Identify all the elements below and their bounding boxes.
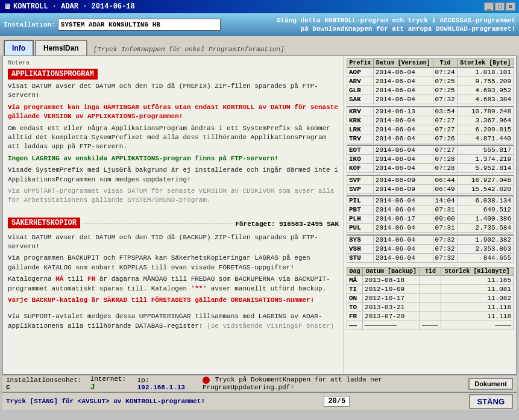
bcol-storlek: Storlek [KiloByte]	[441, 268, 513, 276]
tab-hint: [Tryck InfoKnappen för enkel ProgramInfo…	[89, 43, 289, 55]
cell-datum: 2014-06-04	[373, 134, 433, 143]
bcell-dag: TI	[347, 285, 363, 294]
bcell-dag: MÅ	[347, 276, 363, 285]
cell-datum: 2014-06-04	[373, 244, 433, 253]
ip-val: 192.168.1.13	[137, 384, 185, 391]
cell-storlek: 4.683.384	[458, 95, 514, 104]
cell-prefix: STU	[347, 253, 374, 262]
bcell-storlek: 11.165	[441, 276, 513, 285]
table-row: PIL 2014-06-04 14:04 6.038.134	[347, 196, 514, 205]
bcell-dag: FR	[347, 312, 363, 321]
install-input[interactable]	[58, 19, 221, 31]
bottom-bar: Tryck [STÄNG] för <AVSLUT> av KONTROLL-p…	[2, 392, 517, 410]
cell-datum: 2014-06-04	[373, 145, 433, 155]
close-button[interactable]: ✕	[506, 2, 515, 11]
app-icon: 🖥	[4, 2, 11, 11]
bcell-tid	[420, 276, 441, 285]
main-area: Notera APPLIKATIONSPROGRAM Visat DATUM a…	[2, 55, 517, 375]
stang-button[interactable]: STÄNG	[469, 394, 514, 409]
document-button[interactable]: Dokument	[468, 378, 513, 390]
maximize-button[interactable]: □	[495, 2, 505, 11]
bcell-tid	[420, 285, 441, 294]
cell-tid: 07:32	[433, 235, 458, 245]
cell-tid: 07:25	[433, 86, 458, 95]
cell-prefix: SYS	[347, 235, 374, 245]
bcell-tid	[420, 312, 441, 321]
cell-tid: 09:00	[433, 215, 458, 224]
table-row: LRK 2014-06-04 07:27 6.209.815	[347, 125, 514, 134]
backup-row: TI 2012-10-09 11.081	[347, 285, 514, 294]
cell-storlek: 4.693.952	[458, 86, 514, 95]
cell-tid: 07:31	[433, 205, 458, 215]
cell-datum: 2014-06-04	[373, 205, 433, 215]
cell-prefix: AOP	[347, 67, 374, 77]
cell-prefix: KRV	[347, 107, 374, 116]
cell-prefix: VSH	[347, 244, 374, 253]
install-row: Installation: Stäng detta KONTROLL-progr…	[0, 13, 519, 36]
internet-val: J	[90, 383, 95, 392]
app-p5: Visade SystemPrefix med LjusGrå bakgrund…	[8, 166, 339, 184]
cell-prefix: PLH	[347, 215, 374, 224]
cell-storlek: 844.655	[458, 253, 514, 262]
cell-tid: 07:32	[433, 244, 458, 253]
minimize-button[interactable]: _	[484, 2, 494, 11]
nota-label: Notera	[8, 60, 339, 66]
bcol-tid: Tid	[420, 268, 441, 276]
red-indicator: Tryck på DokumentKnappen för att ladda n…	[203, 376, 464, 390]
cell-datum: 2014-06-04	[373, 67, 433, 77]
app-p1: Visat DATUM avser det DATUM och den TID …	[8, 82, 339, 101]
cell-storlek: 649.512	[458, 205, 514, 215]
bcell-storlek: 11.081	[441, 285, 513, 294]
cell-prefix: GLR	[347, 86, 374, 95]
cell-tid: 07:24	[433, 67, 458, 77]
cell-prefix: PBT	[347, 205, 374, 215]
cell-prefix: SVF	[347, 175, 374, 185]
cell-tid: 07:27	[433, 125, 458, 134]
cell-tid: 07:32	[433, 95, 458, 104]
bcell-datum: 2013-08-18	[363, 276, 420, 285]
bcell-storlek: 11.118	[441, 312, 513, 321]
cell-prefix: LRK	[347, 125, 374, 134]
backup-row: FR 2013-07-20 11.118	[347, 312, 514, 321]
header-message: Stäng detta KONTROLL-program och tryck i…	[277, 16, 515, 34]
table-row: PLH 2014-06-17 09:00 1.400.386	[347, 215, 514, 224]
table-row: PUL 2014-06-04 07:31 2.735.584	[347, 224, 514, 233]
cell-datum: 2014-06-04	[373, 253, 433, 262]
bcell-storlek: 11.082	[441, 294, 513, 303]
cell-tid: 07:25	[433, 77, 458, 86]
cell-datum: 2014-06-04	[373, 155, 433, 164]
bcell-datum: 2012-10-09	[363, 285, 420, 294]
col-tid: Tid	[433, 59, 458, 68]
cell-tid: 07:28	[433, 155, 458, 164]
cell-tid: 06:44	[433, 175, 458, 185]
cell-prefix: SVP	[347, 184, 374, 193]
title-bar: 🖥 KONTROLL · ADAR · 2014-06-18 _ □ ✕	[0, 0, 519, 13]
cell-datum: 2014-06-04	[373, 77, 433, 86]
bcell-datum: 2013-07-20	[363, 312, 420, 321]
cell-datum: 2014-06-17	[373, 215, 433, 224]
bcell-dag: TO	[347, 303, 363, 312]
bcell-datum: 2013-03-21	[363, 303, 420, 312]
bottom-message: Tryck [STÄNG] för <AVSLUT> av KONTROLL-p…	[6, 398, 205, 405]
cell-datum: 2014-06-04	[373, 116, 433, 125]
tab-row: Info HemsIDan [Tryck InfoKnappen för enk…	[0, 36, 519, 55]
app-p6: Via UPPSTART-programmet visas DATUM för …	[8, 187, 339, 205]
title-text: KONTROLL · ADAR · 2014-06-18	[13, 2, 135, 11]
sec-section-title: SÄKERHETSKOPIOR	[8, 218, 80, 228]
tab-hemsidan[interactable]: HemsIDan	[35, 40, 87, 55]
cell-prefix: ARV	[347, 77, 374, 86]
cell-prefix: IKO	[347, 155, 374, 164]
backup-row: —— ———————— ———— ————	[347, 321, 514, 330]
table-row: KRK 2014-06-04 07:27 3.367.964	[347, 116, 514, 125]
sec-s1: Visat DATUM avser det DATUM och den TID …	[8, 233, 339, 252]
cell-tid: 07:27	[433, 116, 458, 125]
status-bar: Installationsenhet: C Internet: J Ip: 19…	[2, 375, 517, 392]
bcell-tid: ————	[420, 321, 441, 330]
tab-info[interactable]: Info	[4, 40, 34, 55]
table-row: VSH 2014-06-04 07:32 2.353.863	[347, 244, 514, 253]
cell-tid: 06:49	[433, 184, 458, 193]
cell-prefix: TRV	[347, 134, 374, 143]
red-dot-icon	[203, 377, 210, 384]
cell-tid: 03:54	[433, 107, 458, 116]
bcol-dag: Dag	[347, 268, 363, 276]
